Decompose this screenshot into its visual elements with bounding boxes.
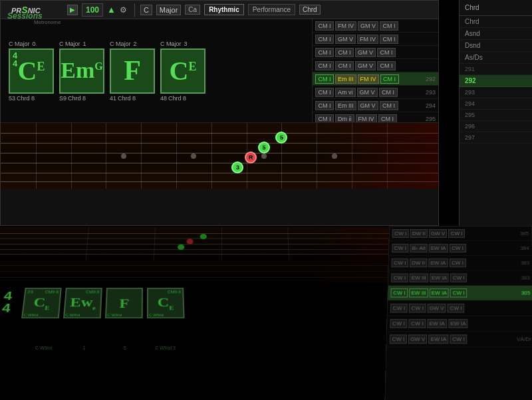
chord-badge-5-1: Am vi: [335, 88, 356, 97]
chord-panel: C Major 0 4 4 CE 53 Chrd 8: [1, 19, 438, 122]
chord-list-row-2[interactable]: CM I CM I GM V CM I: [313, 46, 438, 59]
chord-footer-label-0: Chrd 8: [17, 95, 35, 102]
chord-badge-7-0: CM I: [315, 114, 334, 123]
bcb-6-3: EW IA: [448, 319, 468, 328]
bcr-6[interactable]: CW I CW I EW IA EW IA: [387, 316, 532, 332]
chord-card-1[interactable]: EmG: [59, 49, 104, 94]
string-2: [1, 143, 438, 144]
side-panel-asds[interactable]: As/Ds: [460, 52, 532, 64]
finger-5-string3: 5: [258, 142, 270, 153]
bcr-0[interactable]: CW I DW II GW V CW I 385: [389, 227, 531, 241]
toolbar: ▶ 100 ▲ ⚙ C Major Ca Rhythmic Performanc…: [1, 1, 438, 19]
side-panel-chrd[interactable]: Chrd: [460, 16, 532, 28]
chord-list-row-7[interactable]: CM I Dm ii FM IV CM I 295: [313, 112, 438, 122]
bcb-3-1: EW III: [409, 273, 428, 282]
bcb-6-0: CW I: [390, 319, 407, 328]
chord-list-row-3[interactable]: CM I CM I GM V CM I: [313, 59, 438, 72]
bc-num-3: 383: [521, 275, 530, 281]
chord-tiles-area: C Major 0 4 4 CE 53 Chrd 8: [1, 19, 312, 122]
tab-rhythmic[interactable]: Rhythmic: [204, 4, 244, 15]
bottom-tile-3-label: C W9/ol: [149, 314, 164, 317]
chord-list-row-6[interactable]: CM I Em III GM V CM I 294: [313, 99, 438, 112]
chord-card-3[interactable]: CE: [160, 49, 205, 94]
bc-num-0: 385: [520, 231, 529, 237]
chord-card-0[interactable]: 4 4 CE: [9, 49, 54, 94]
fretboard-area: 5 5 R 3: [1, 122, 438, 189]
bcr-2[interactable]: CW I DW II EW IA CW I 383: [388, 256, 532, 270]
bcb-7-0: CW I: [390, 334, 407, 344]
bottom-tile-1[interactable]: CM9 8 Ewe C W9/ol: [63, 288, 102, 318]
bcr-1[interactable]: CW I B♭ All EW IA CW I 384: [389, 241, 532, 256]
chord-tile-0-footer: 53 Chrd 8: [9, 95, 35, 102]
chord-badge-5-0: CM I: [315, 88, 334, 97]
bottom-tile-1-badge: CM9 8: [86, 290, 100, 294]
bottom-fretboard-2: [0, 259, 447, 283]
bcb-1-3: CW I: [450, 244, 466, 252]
bcr-7[interactable]: CW I GW V EW IA CW I VÀ/Dr: [386, 332, 532, 348]
app: PRSNIC Sessions ▶ 100 ▲ ⚙ C Major Ca Rhy…: [0, 0, 532, 400]
bcb-2-2: EW IA: [428, 258, 448, 267]
key-select[interactable]: C: [140, 5, 152, 15]
chord-list-row-1[interactable]: CM I GM V FM IV CM I: [313, 33, 438, 46]
side-panel-title: Chrd: [460, 0, 532, 16]
chord-list-row-5[interactable]: CM I Am vi GM V CM I 293: [313, 86, 438, 99]
chord-badge-3-0: CM I: [315, 61, 334, 70]
tab-performance[interactable]: Performance: [248, 4, 295, 15]
chord-badge-7-3: CM I: [378, 114, 397, 123]
bpm-display: 100: [82, 3, 103, 17]
play-button[interactable]: ▶: [67, 5, 78, 15]
chord-badge-5-2: GM V: [357, 88, 378, 97]
chrd-button[interactable]: Chrd: [299, 5, 321, 15]
separator: [134, 3, 135, 17]
chord-tile-2: C Major 2 F 41 Chrd 8: [110, 41, 155, 102]
chord-tile-2-footer: 41 Chrd 8: [110, 95, 136, 102]
settings-icon[interactable]: ⚙: [120, 5, 129, 15]
bcb-7-2: EW IA: [428, 334, 448, 344]
bcb-4-2: EW IA: [430, 288, 449, 297]
bottom-tile-0-sym: CE: [33, 295, 51, 310]
fret-1: [36, 123, 37, 189]
bcb-3-2: EW IA: [430, 273, 449, 282]
chord-list-row-0[interactable]: CM I FM IV GM V CM I: [313, 19, 438, 33]
string-1: [1, 133, 438, 134]
bcb-0-1: DW II: [410, 229, 428, 238]
main-panel: PRSNIC Sessions ▶ 100 ▲ ⚙ C Major Ca Rhy…: [0, 0, 439, 226]
chord-tile-0-header: C Major 0: [9, 41, 36, 47]
fret-3: [106, 123, 106, 189]
btl-3: C W9/ol 3: [147, 346, 184, 350]
bcr-5[interactable]: CW I CW I GW V CW I: [388, 301, 532, 316]
chord-tile-3-header: C Major 3: [160, 41, 188, 47]
bcb-4-1: EW III: [409, 288, 428, 297]
bf-fret-3: [221, 227, 222, 260]
bottom-tile-0-badge: CM9 8: [45, 290, 59, 294]
chord-card-2[interactable]: F: [110, 49, 155, 94]
chord-row-num-6: 294: [420, 102, 436, 109]
chord-badge-6-2: GM V: [358, 101, 378, 110]
bottom-chord-list: CW I DW II GW V CW I 385 CW I B♭ All EW …: [384, 226, 532, 400]
chord-tile-1-num: 1: [83, 41, 86, 47]
chord-badge-5-3: CM I: [379, 88, 398, 97]
chord-tile-3: C Major 3 CE 48 Chrd 8: [160, 41, 205, 102]
bcr-4[interactable]: CW I EW III EW IA CW I 305: [388, 286, 532, 301]
finger-5-string2: 5: [275, 132, 287, 144]
bottom-tile-1-label: C W9/ol: [65, 314, 80, 317]
chord-badge-6-3: CM I: [380, 101, 398, 110]
chord-badge-7-2: FM IV: [356, 114, 377, 123]
bcb-1-1: B♭ All: [410, 244, 427, 252]
scale-select[interactable]: Major: [156, 5, 182, 15]
chord-footer-num-1: S9: [59, 95, 66, 102]
btl-2: S: [106, 346, 143, 350]
side-panel-asnd[interactable]: Asnd: [460, 28, 532, 40]
bcr-3[interactable]: CW I EW III EW IA CW I 383: [388, 270, 532, 286]
bcb-5-2: GW V: [428, 304, 446, 313]
chord-list-row-4[interactable]: CM I Em III FM IV CM I 292: [313, 72, 438, 86]
bcb-1-2: EW IA: [429, 244, 448, 252]
ca-button[interactable]: Ca: [185, 5, 200, 15]
chord-badge-6-0: CM I: [315, 101, 334, 110]
bottom-tile-2[interactable]: F C W9/ol: [105, 288, 143, 318]
bottom-tile-0[interactable]: 23 CM9 8 CE C W9/ol: [21, 288, 62, 318]
bottom-tile-3[interactable]: CM9 8 CE C W9/ol: [147, 288, 185, 318]
chord-row-num-5: 293: [420, 89, 436, 96]
side-panel-dsnd[interactable]: Dsnd: [460, 40, 532, 52]
chord-footer-label-2: Chrd 8: [118, 95, 136, 102]
